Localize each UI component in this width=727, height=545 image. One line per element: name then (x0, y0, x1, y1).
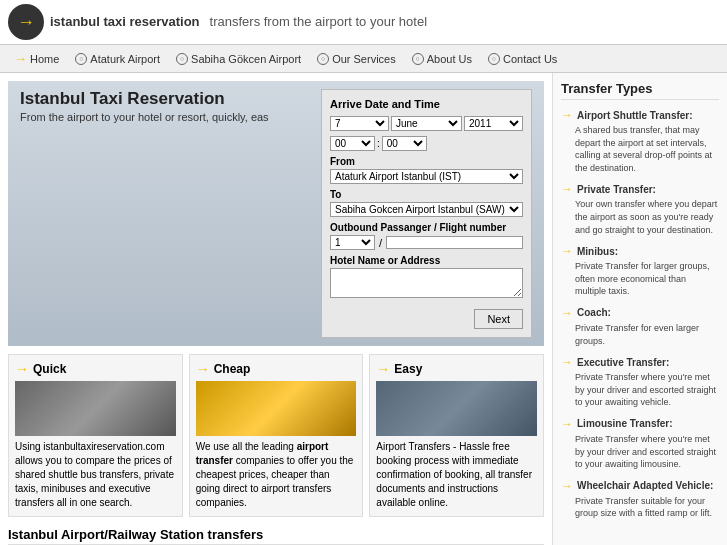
nav-circle-icon4: ○ (412, 53, 424, 65)
transfer-private-title: → Private Transfer: (561, 182, 719, 196)
easy-arrow-icon: → (376, 361, 390, 377)
nav-sabiha-label: Sabiha Gökcen Airport (191, 53, 301, 65)
nav-sabiha[interactable]: ○ Sabiha Gökcen Airport (170, 51, 307, 67)
coach-arrow-icon: → (561, 306, 573, 320)
logo-area: → istanbul taxi reservation (8, 4, 200, 40)
content-left: Istanbul Taxi Reservation From the airpo… (8, 81, 544, 346)
wheelchair-arrow-icon: → (561, 479, 573, 493)
transfer-wheelchair-title: → Wheelchair Adapted Vehicle: (561, 479, 719, 493)
limousine-arrow-icon: → (561, 417, 573, 431)
nav-bar: → Home ○ Ataturk Airport ○ Sabiha Gökcen… (0, 45, 727, 73)
nav-circle-icon3: ○ (317, 53, 329, 65)
nav-ataturk-label: Ataturk Airport (90, 53, 160, 65)
airport-section: Istanbul Airport/Railway Station transfe… (8, 527, 544, 545)
nav-circle-icon5: ○ (488, 53, 500, 65)
transfer-shuttle-title: → Airport Shuttle Transfer: (561, 108, 719, 122)
month-select[interactable]: JuneJanuaryFebruaryMarchAprilMayJulyAugu… (391, 116, 462, 131)
nav-home-label: Home (30, 53, 59, 65)
from-select[interactable]: Ataturk Airport Istanbul (IST) Sabiha Go… (330, 169, 523, 184)
time-separator: : (377, 138, 380, 149)
shuttle-desc: A shared bus transfer, that may depart t… (575, 124, 719, 174)
coach-desc: Private Transfer for even larger groups. (575, 322, 719, 347)
year-select[interactable]: 2011201020122013 (464, 116, 523, 131)
executive-arrow-icon: → (561, 355, 573, 369)
quick-text: Using istanbultaxireservation.com allows… (15, 440, 176, 510)
shuttle-title-label: Airport Shuttle Transfer: (577, 110, 693, 121)
transfer-minibus-title: → Minibus: (561, 244, 719, 258)
quick-image (15, 381, 176, 436)
private-arrow-icon: → (561, 182, 573, 196)
cheap-title-label: Cheap (214, 362, 251, 376)
transfer-private: → Private Transfer: Your own transfer wh… (561, 182, 719, 236)
cheap-image (196, 381, 357, 436)
form-title: Arrive Date and Time (330, 98, 523, 110)
feature-cheap: → Cheap We use all the leading airport t… (189, 354, 364, 517)
easy-image (376, 381, 537, 436)
transfer-shuttle: → Airport Shuttle Transfer: A shared bus… (561, 108, 719, 174)
nav-about[interactable]: ○ About Us (406, 51, 478, 67)
nav-ataturk[interactable]: ○ Ataturk Airport (69, 51, 166, 67)
next-button[interactable]: Next (474, 309, 523, 329)
passanger-inputs: 12345 / (330, 235, 523, 250)
min-select[interactable]: 00153045 (382, 136, 427, 151)
transfer-limousine-title: → Limousine Transfer: (561, 417, 719, 431)
from-label: From (330, 156, 523, 167)
wheelchair-desc: Private Transfer suitable for your group… (575, 495, 719, 520)
nav-circle-icon: ○ (75, 53, 87, 65)
nav-contact-label: Contact Us (503, 53, 557, 65)
wheelchair-title-label: Wheelchair Adapted Vehicle: (577, 480, 713, 491)
passanger-label: Outbound Passanger / Flight number (330, 222, 523, 233)
private-title-label: Private Transfer: (577, 184, 656, 195)
feature-easy-title: → Easy (376, 361, 537, 377)
minibus-desc: Private Transfer for larger groups, ofte… (575, 260, 719, 298)
from-row: From Ataturk Airport Istanbul (IST) Sabi… (330, 156, 523, 184)
passanger-select[interactable]: 12345 (330, 235, 375, 250)
hotel-label: Hotel Name or Address (330, 255, 523, 266)
coach-title-label: Coach: (577, 307, 611, 318)
hour-select[interactable]: 00010203040506070809101112 (330, 136, 375, 151)
transfer-wheelchair: → Wheelchair Adapted Vehicle: Private Tr… (561, 479, 719, 520)
to-label: To (330, 189, 523, 200)
to-select[interactable]: Sabiha Gokcen Airport Istanbul (SAW) Ata… (330, 202, 523, 217)
cheap-text: We use all the leading airport transfer … (196, 440, 357, 510)
transfer-executive-title: → Executive Transfer: (561, 355, 719, 369)
nav-circle-icon2: ○ (176, 53, 188, 65)
transfer-coach: → Coach: Private Transfer for even large… (561, 306, 719, 347)
limousine-desc: Private Transfer where you're met by you… (575, 433, 719, 471)
hotel-input[interactable] (330, 268, 523, 298)
passanger-row: Outbound Passanger / Flight number 12345… (330, 222, 523, 250)
executive-title-label: Executive Transfer: (577, 357, 669, 368)
sidebar: Transfer Types → Airport Shuttle Transfe… (552, 73, 727, 545)
limousine-title-label: Limousine Transfer: (577, 418, 673, 429)
nav-contact[interactable]: ○ Contact Us (482, 51, 563, 67)
page-title: Istanbul Taxi Reservation (20, 89, 311, 109)
content-title-area: Istanbul Taxi Reservation From the airpo… (20, 89, 311, 123)
flight-number-input[interactable] (386, 236, 523, 249)
feature-easy: → Easy Airport Transfers - Hassle free b… (369, 354, 544, 517)
nav-arrow-icon: → (14, 51, 27, 66)
logo-text: istanbul taxi reservation (50, 14, 200, 30)
nav-home[interactable]: → Home (8, 49, 65, 68)
passanger-slash: / (379, 237, 382, 249)
feature-quick: → Quick Using istanbultaxireservation.co… (8, 354, 183, 517)
day-select[interactable]: 71234568910 (330, 116, 389, 131)
minibus-arrow-icon: → (561, 244, 573, 258)
date-row: 71234568910 JuneJanuaryFebruaryMarchApri… (330, 116, 523, 131)
nav-services-label: Our Services (332, 53, 396, 65)
cheap-arrow-icon: → (196, 361, 210, 377)
airport-section-title: Istanbul Airport/Railway Station transfe… (8, 527, 544, 545)
time-row: 00010203040506070809101112 : 00153045 (330, 136, 523, 151)
transfer-executive: → Executive Transfer: Private Transfer w… (561, 355, 719, 409)
header: → istanbul taxi reservation transfers fr… (0, 0, 727, 45)
date-selects: 71234568910 JuneJanuaryFebruaryMarchApri… (330, 116, 523, 131)
quick-title-label: Quick (33, 362, 66, 376)
to-row: To Sabiha Gokcen Airport Istanbul (SAW) … (330, 189, 523, 217)
arrow-icon: → (17, 12, 35, 33)
content-header: Istanbul Taxi Reservation From the airpo… (8, 81, 544, 346)
sidebar-title: Transfer Types (561, 81, 719, 100)
quick-arrow-icon: → (15, 361, 29, 377)
shuttle-arrow-icon: → (561, 108, 573, 122)
transfer-minibus: → Minibus: Private Transfer for larger g… (561, 244, 719, 298)
time-selects: 00010203040506070809101112 : 00153045 (330, 136, 523, 151)
nav-services[interactable]: ○ Our Services (311, 51, 402, 67)
